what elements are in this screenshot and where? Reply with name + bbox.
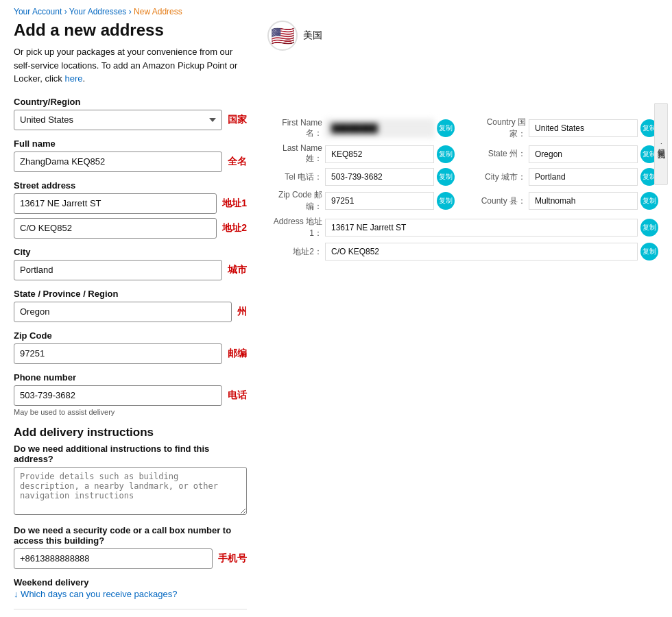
city-annotation: 城市 xyxy=(228,264,247,276)
phone-group: Phone number 电话 May be used to assist de… xyxy=(14,372,247,416)
firstname-copy-btn[interactable]: 复制 xyxy=(437,119,455,137)
phone-input[interactable] xyxy=(14,385,222,406)
fullname-input[interactable] xyxy=(14,152,222,172)
country-select[interactable]: United States xyxy=(14,110,222,130)
address1-input[interactable] xyxy=(14,193,217,214)
phone-note: May be used to assist delivery xyxy=(14,408,247,416)
info-rows: First Name 名： ████████ 复制 Country 国家： Un… xyxy=(267,117,658,261)
address2-full-row: 地址2： C/O KEQ852 复制 xyxy=(267,243,658,261)
street-group: Street address 地址1 地址2 xyxy=(14,180,247,239)
pickup-info: Or pick up your packages at your conveni… xyxy=(14,45,247,86)
state-label: State / Province / Region xyxy=(14,289,247,299)
zip-right-value: 97251 xyxy=(325,192,434,210)
delivery-q2-group: Do we need a security code or a call box… xyxy=(14,525,247,569)
zip-right-label: Zip Code 邮编： xyxy=(267,189,322,213)
delivery-q1: Do we need additional instructions to fi… xyxy=(14,444,247,464)
flag-label: 美国 xyxy=(303,29,322,42)
address2-input[interactable] xyxy=(14,218,217,239)
country-label: Country/Region xyxy=(14,97,247,107)
address2-full-value: C/O KEQ852 xyxy=(325,243,638,261)
address1-copy-btn[interactable]: 复制 xyxy=(640,219,658,237)
address2-annotation: 地址2 xyxy=(222,222,247,234)
country-group: Country/Region United States 国家 xyxy=(14,97,247,130)
lastname-copy-btn[interactable]: 复制 xyxy=(437,145,455,163)
weekend-group: Weekend delivery ↓ Which days can you re… xyxy=(14,577,247,599)
zip-right-row: Zip Code 邮编： 97251 复制 County 县： Multnoma… xyxy=(267,189,658,213)
flag-container: 🇺🇸 美国 xyxy=(267,21,322,51)
address1-full-row: Address 地址1： 13617 NE Jarrett ST 复制 xyxy=(267,216,658,239)
breadcrumb-current: New Address xyxy=(134,7,182,16)
zip-annotation: 邮编 xyxy=(228,348,247,360)
city-group: City 城市 xyxy=(14,247,247,280)
breadcrumb-addresses[interactable]: Your Addresses xyxy=(69,7,127,16)
address1-full-value: 13617 NE Jarrett ST xyxy=(325,219,638,237)
lastname-row: Last Name 姓： KEQ852 复制 State 州： Oregon 复… xyxy=(267,143,658,165)
weekend-title: Weekend delivery xyxy=(14,577,247,588)
street-label: Street address xyxy=(14,180,247,191)
country-annotation: 国家 xyxy=(228,114,247,126)
firstname-label: First Name 名： xyxy=(267,118,322,139)
flag-icon: 🇺🇸 xyxy=(267,21,298,51)
state-annotation: 州 xyxy=(237,306,247,318)
zip-input[interactable] xyxy=(14,343,222,364)
country-right-label: Country 国家： xyxy=(471,117,526,140)
tel-row: Tel 电话： 503-739-3682 复制 City 城市： Portlan… xyxy=(267,168,658,186)
state-group: State / Province / Region 州 xyxy=(14,289,247,322)
address-check-section: Make sure your address is correct If the… xyxy=(14,609,247,618)
state-right-label: State 州： xyxy=(471,148,526,160)
address2-full-label: 地址2： xyxy=(267,246,322,258)
county-copy-btn[interactable]: 复制 xyxy=(640,192,658,210)
breadcrumb-account[interactable]: Your Account xyxy=(14,7,62,16)
country-right-value: United States xyxy=(529,119,638,137)
tel-label: Tel 电话： xyxy=(267,171,322,183)
fullname-annotation: 全名 xyxy=(228,156,247,168)
city-right-label: City 城市： xyxy=(471,171,526,183)
weekend-link[interactable]: ↓ Which days can you receive packages? xyxy=(14,589,177,599)
delivery-q2: Do we need a security code or a call box… xyxy=(14,525,247,546)
state-right-value: Oregon xyxy=(529,145,638,163)
address-form: Add a new address Or pick up your packag… xyxy=(14,21,247,617)
page-title: Add a new address xyxy=(14,21,247,40)
address1-annotation: 地址1 xyxy=(222,197,247,210)
security-input[interactable] xyxy=(14,548,213,569)
city-right-value: Portland xyxy=(529,168,638,186)
fullname-group: Full name 全名 xyxy=(14,138,247,172)
delivery-textarea[interactable] xyxy=(14,467,247,515)
phone-annotation: 电话 xyxy=(228,389,247,402)
city-input[interactable] xyxy=(14,260,222,280)
tel-copy-btn[interactable]: 复制 xyxy=(437,168,455,186)
city-label: City xyxy=(14,247,247,257)
sidebar-strip: 促销·免税州 xyxy=(654,103,668,185)
lastname-label: Last Name 姓： xyxy=(267,143,322,165)
tel-value: 503-739-3682 xyxy=(325,168,434,186)
lastname-value: KEQ852 xyxy=(325,145,434,163)
zip-label: Zip Code xyxy=(14,330,247,341)
delivery-title: Add delivery instructions xyxy=(14,426,247,439)
county-label: County 县： xyxy=(471,195,526,207)
breadcrumb-sep2: › xyxy=(129,7,134,16)
delivery-q1-group: Do we need additional instructions to fi… xyxy=(14,444,247,517)
breadcrumb-sep1: › xyxy=(64,7,69,16)
breadcrumb: Your Account › Your Addresses › New Addr… xyxy=(0,0,672,21)
phone-label: Phone number xyxy=(14,372,247,383)
zip-copy-btn[interactable]: 复制 xyxy=(437,192,455,210)
security-annotation: 手机号 xyxy=(218,553,247,565)
firstname-value: ████████ xyxy=(325,119,434,137)
pickup-link[interactable]: here xyxy=(64,73,82,84)
firstname-row: First Name 名： ████████ 复制 Country 国家： Un… xyxy=(267,117,658,140)
county-value: Multnomah xyxy=(529,192,638,210)
zip-group: Zip Code 邮编 xyxy=(14,330,247,364)
state-input[interactable] xyxy=(14,302,232,322)
fullname-label: Full name xyxy=(14,138,247,149)
address2-copy-btn[interactable]: 复制 xyxy=(640,243,658,261)
address1-full-label: Address 地址1： xyxy=(267,216,322,239)
right-panel: 🇺🇸 美国 促销·免税州 First Name 名： ████████ 复制 C… xyxy=(267,21,658,617)
